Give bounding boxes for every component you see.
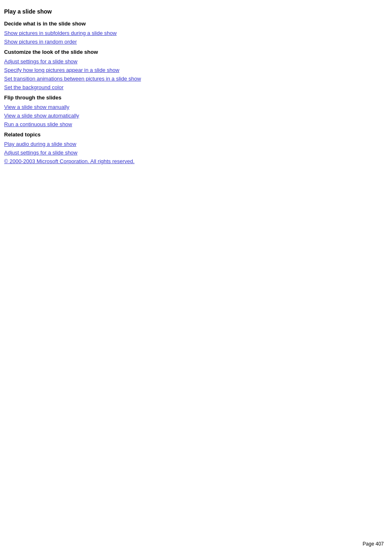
section-flip: Flip through the slidesView a slide show…	[4, 94, 284, 127]
link-background[interactable]: Set the background color	[4, 84, 284, 90]
section-related: Related topicsPlay audio during a slide …	[4, 131, 284, 164]
link-random[interactable]: Show pictures in random order	[4, 39, 284, 45]
page-title: Play a slide show	[4, 8, 284, 15]
section-heading-customize: Customize the look of the slide show	[4, 49, 284, 55]
page-number: Page 407	[363, 541, 384, 547]
link-subfolders[interactable]: Show pictures in subfolders during a sli…	[4, 30, 284, 36]
section-heading-related: Related topics	[4, 131, 284, 138]
sections-container: Decide what is in the slide showShow pic…	[4, 21, 284, 164]
link-transition[interactable]: Set transition animations between pictur…	[4, 76, 284, 82]
link-manually[interactable]: View a slide show manually	[4, 104, 284, 110]
section-decide: Decide what is in the slide showShow pic…	[4, 21, 284, 45]
link-specify[interactable]: Specify how long pictures appear in a sl…	[4, 67, 284, 73]
link-continuous[interactable]: Run a continuous slide show	[4, 121, 284, 127]
link-copyright[interactable]: © 2000-2003 Microsoft Corporation. All r…	[4, 158, 284, 164]
section-customize: Customize the look of the slide showAdju…	[4, 49, 284, 90]
link-automatically[interactable]: View a slide show automatically	[4, 113, 284, 119]
link-audio[interactable]: Play audio during a slide show	[4, 141, 284, 147]
section-heading-flip: Flip through the slides	[4, 94, 284, 101]
section-heading-decide: Decide what is in the slide show	[4, 21, 284, 27]
link-adjust2[interactable]: Adjust settings for a slide show	[4, 150, 284, 156]
link-adjust[interactable]: Adjust settings for a slide show	[4, 58, 284, 64]
main-content: Play a slide show Decide what is in the …	[0, 0, 288, 177]
